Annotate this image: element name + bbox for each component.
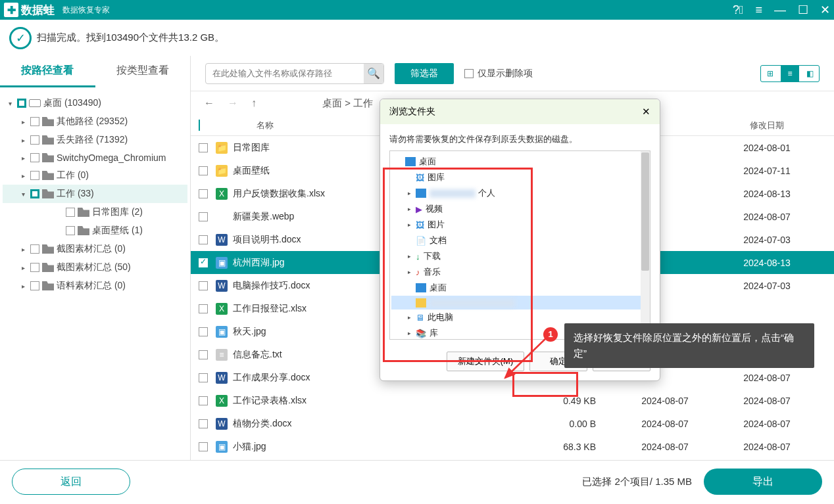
chevron-icon[interactable]: ▸ (18, 118, 28, 126)
view-detail-icon[interactable]: ◧ (800, 66, 819, 81)
file-row[interactable]: W 植物分类.docx0.00 B2024-08-07 2024-08-07 (191, 412, 834, 435)
dialog-tree-item[interactable]: 桌面 (391, 154, 649, 170)
tab-by-path[interactable]: 按路径查看 (0, 56, 95, 87)
export-button[interactable]: 导出 (704, 469, 822, 495)
chevron-icon[interactable]: ▸ (406, 330, 412, 336)
filter-button[interactable]: 筛选器 (395, 63, 454, 84)
checkbox[interactable] (30, 153, 39, 162)
dialog-tree-item[interactable]: ▸▶视频 (391, 201, 649, 217)
tree-item[interactable]: ▸ 截图素材汇总 (50) (3, 258, 187, 277)
checkbox[interactable] (30, 263, 39, 272)
help-icon[interactable]: ?⃝ (733, 3, 744, 17)
file-row[interactable]: X 工作记录表格.xlsx0.49 KB2024-08-07 2024-08-0… (191, 389, 834, 412)
row-checkbox[interactable] (199, 396, 208, 405)
chevron-icon[interactable]: ▸ (18, 137, 28, 144)
view-grid-icon[interactable]: ⊞ (761, 66, 779, 81)
tree-label: 桌面 (103490) (43, 97, 101, 109)
chevron-icon[interactable]: ▸ (18, 264, 28, 271)
view-list-icon[interactable]: ≡ (781, 66, 799, 81)
row-checkbox[interactable] (199, 189, 208, 198)
dialog-tree-item[interactable] (391, 296, 649, 309)
row-checkbox[interactable] (199, 166, 208, 175)
chevron-icon[interactable]: ▾ (18, 191, 28, 198)
chevron-icon[interactable]: ▸ (406, 206, 412, 212)
tree-item[interactable]: 桌面壁纸 (1) (3, 221, 187, 240)
dialog-tree-item[interactable]: ▸♪音乐 (391, 264, 649, 280)
tree-item[interactable]: ▸ SwitchyOmega_Chromium (3, 149, 187, 166)
chevron-icon[interactable]: ▸ (406, 253, 412, 260)
tree-item[interactable]: ▸ 其他路径 (29352) (3, 112, 187, 131)
checkbox[interactable] (30, 281, 39, 290)
checkbox[interactable] (30, 189, 39, 198)
breadcrumb[interactable]: 桌面 > 工作 (322, 97, 373, 110)
chevron-icon[interactable]: ▸ (406, 269, 412, 275)
tree-label: 其他路径 (29352) (57, 116, 128, 127)
dialog-tree-item[interactable]: 桌面 (391, 280, 649, 296)
col-date[interactable]: 修改日期 (708, 120, 826, 131)
search-icon[interactable]: 🔍 (364, 64, 383, 83)
file-icon: W (216, 280, 228, 292)
tree-item[interactable]: ▾ 工作 (33) (3, 185, 187, 203)
dialog-tree-item[interactable]: ▸ 个人 (391, 185, 649, 201)
back-button[interactable]: 返回 (12, 469, 130, 495)
row-checkbox[interactable] (199, 373, 208, 382)
chevron-icon[interactable]: ▸ (18, 246, 28, 253)
dialog-item-label: 图片 (428, 219, 445, 231)
dialog-folder-tree[interactable]: 桌面🖼图库▸ 个人▸▶视频▸🖼图片📄文档▸↓下载▸♪音乐桌面 ▸🖥此电脑▸📚库 (389, 150, 650, 340)
tree-item[interactable]: 日常图库 (2) (3, 203, 187, 221)
close-icon[interactable]: ✕ (820, 3, 830, 17)
select-all-checkbox[interactable] (199, 120, 200, 131)
dialog-item-label: 下载 (424, 250, 441, 262)
row-checkbox[interactable] (199, 258, 208, 267)
nav-forward-icon[interactable]: → (228, 97, 238, 109)
checkbox[interactable] (30, 117, 39, 126)
chevron-icon[interactable]: ▸ (18, 172, 28, 179)
folder-tree[interactable]: ▾ 桌面 (103490)▸ 其他路径 (29352)▸ 丢失路径 (71392… (0, 87, 190, 455)
tree-item[interactable]: ▸ 语料素材汇总 (0) (3, 277, 187, 295)
tree-item[interactable]: ▸ 工作 (0) (3, 166, 187, 185)
checkbox[interactable] (66, 208, 75, 217)
checkbox[interactable] (17, 99, 26, 108)
search-input[interactable] (206, 68, 364, 78)
chevron-icon[interactable]: ▸ (406, 314, 412, 321)
chevron-icon[interactable]: ▸ (406, 221, 412, 228)
tab-by-type[interactable]: 按类型查看 (95, 56, 191, 87)
row-checkbox[interactable] (199, 143, 208, 152)
row-checkbox[interactable] (199, 419, 208, 428)
checkbox[interactable] (30, 171, 39, 180)
dialog-close-icon[interactable]: ✕ (642, 106, 650, 118)
row-checkbox[interactable] (199, 281, 208, 290)
row-checkbox[interactable] (199, 442, 208, 451)
tree-item[interactable]: ▸ 截图素材汇总 (0) (3, 240, 187, 258)
checkbox[interactable] (30, 135, 39, 145)
chevron-icon[interactable]: ▸ (18, 283, 28, 290)
row-checkbox[interactable] (199, 212, 208, 221)
checkbox[interactable] (66, 226, 75, 235)
checkbox[interactable] (30, 244, 39, 254)
chevron-icon[interactable]: ▸ (406, 190, 412, 196)
search-box[interactable]: 🔍 (205, 63, 384, 84)
checkbox-icon[interactable] (464, 69, 474, 78)
row-checkbox[interactable] (199, 327, 208, 336)
maximize-icon[interactable]: ☐ (798, 3, 808, 17)
dialog-tree-item[interactable]: 📄文档 (391, 233, 649, 248)
dialog-tree-item[interactable]: ▸↓下载 (391, 248, 649, 264)
scrollbar[interactable] (641, 151, 650, 339)
menu-icon[interactable]: ≡ (755, 3, 762, 17)
row-checkbox[interactable] (199, 235, 208, 244)
row-checkbox[interactable] (199, 304, 208, 313)
minimize-icon[interactable]: — (774, 3, 786, 17)
file-size-date: 2024-08-07 (622, 419, 708, 429)
dialog-tree-item[interactable]: ▸🖼图片 (391, 217, 649, 233)
tree-item[interactable]: ▾ 桌面 (103490) (3, 94, 187, 112)
tree-item[interactable]: ▸ 丢失路径 (71392) (3, 131, 187, 149)
scrollbar-thumb[interactable] (641, 152, 649, 271)
only-deleted-toggle[interactable]: 仅显示删除项 (464, 68, 533, 80)
file-row[interactable]: ▣ 小猫.jpg68.3 KB2024-08-07 2024-08-07 (191, 435, 834, 458)
row-checkbox[interactable] (199, 350, 208, 359)
nav-up-icon[interactable]: ↑ (251, 97, 257, 109)
chevron-icon[interactable]: ▸ (18, 154, 28, 162)
nav-back-icon[interactable]: ← (204, 97, 214, 109)
chevron-icon[interactable]: ▾ (5, 100, 14, 107)
dialog-tree-item[interactable]: 🖼图库 (391, 170, 649, 185)
